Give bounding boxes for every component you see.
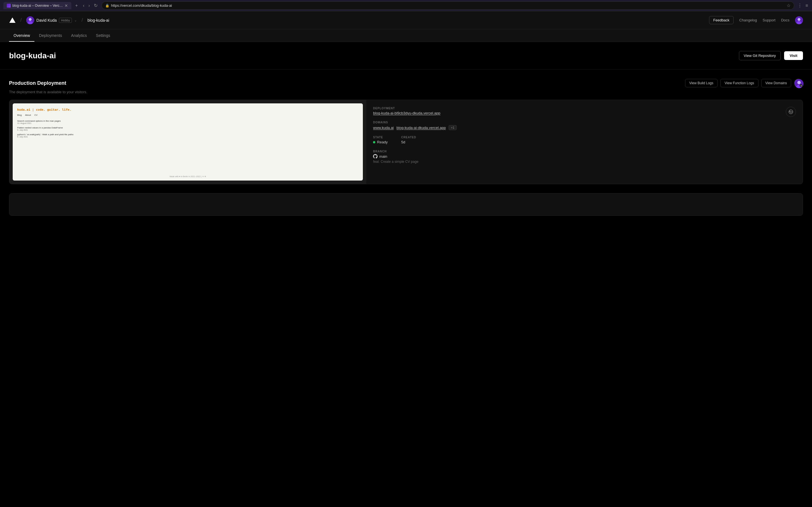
- preview-nav-cv: CV: [35, 114, 38, 116]
- main-content: Production Deployment View Build Logs Vi…: [0, 69, 812, 225]
- address-bar[interactable]: 🔒 https://vercel.com/dkuda/blog-kuda-ai …: [101, 1, 794, 10]
- activity-icon-button[interactable]: [786, 107, 796, 117]
- second-section: [9, 193, 803, 216]
- feedback-button[interactable]: Feedback: [709, 16, 733, 24]
- app: / David Kuda Hobby ⌄ / blog-kuda-ai Feed…: [0, 11, 812, 507]
- user-info[interactable]: David Kuda Hobby ⌄: [26, 16, 77, 24]
- nav-left: / David Kuda Hobby ⌄ / blog-kuda-ai: [9, 16, 109, 24]
- browser-chrome: blog-kuda-ai – Overview – Verc… ✕ + ‹ › …: [0, 0, 812, 11]
- domains-row: www.kuda.ai blog-kuda-ai-dkuda.vercel.ap…: [373, 125, 796, 130]
- preview-screenshot: kuda.ai | code. guitar. life. Blog About…: [13, 103, 363, 180]
- view-function-logs-button[interactable]: View Function Logs: [720, 79, 758, 87]
- page-header: blog-kuda-ai View Git Repository Visit: [0, 42, 812, 69]
- svg-point-7: [797, 81, 801, 84]
- nav-separator-1: /: [19, 17, 23, 23]
- preview-post-2: Flatten nested values in a pandas DataFr…: [17, 126, 358, 131]
- production-deployment-section: Production Deployment View Build Logs Vi…: [9, 78, 803, 184]
- browser-actions: ⋮ ≡: [797, 2, 809, 9]
- user-avatar: [26, 16, 34, 24]
- preview-nav-about: About: [25, 114, 31, 116]
- created-value: 5d: [401, 140, 416, 144]
- preview-post-3: python's `os.walk(path)`: Walk a path an…: [17, 133, 358, 138]
- branch-label: BRANCH: [373, 150, 796, 153]
- preview-footer: Made with ♥ in Berlin in 2021–2022 | ☀ ❄: [170, 175, 206, 178]
- tab-title: blog-kuda-ai – Overview – Verc…: [12, 4, 63, 8]
- section-desc: The deployment that is available to your…: [9, 90, 803, 94]
- back-button[interactable]: ‹: [82, 3, 86, 9]
- tab-settings[interactable]: Settings: [91, 29, 115, 42]
- vercel-triangle-icon: [9, 17, 15, 23]
- domain-extra-badge[interactable]: +1: [449, 125, 457, 130]
- visit-button[interactable]: Visit: [784, 51, 803, 60]
- page-title: blog-kuda-ai: [9, 51, 56, 60]
- chevron-down-icon: ⌄: [74, 18, 77, 22]
- docs-link[interactable]: Docs: [781, 18, 790, 22]
- created-label: CREATED: [401, 136, 416, 139]
- top-nav: / David Kuda Hobby ⌄ / blog-kuda-ai Feed…: [0, 11, 812, 29]
- support-link[interactable]: Support: [763, 18, 776, 22]
- second-card: [9, 193, 803, 216]
- browser-tab[interactable]: blog-kuda-ai – Overview – Verc… ✕: [3, 2, 71, 9]
- state-value: Ready: [373, 140, 388, 144]
- nav-right: Feedback Changelog Support Docs: [709, 16, 803, 24]
- branch-row: main: [373, 154, 796, 159]
- domain-2[interactable]: blog-kuda-ai-dkuda.vercel.app: [396, 126, 446, 130]
- url-text: https://vercel.com/dkuda/blog-kuda-ai: [111, 3, 172, 8]
- view-git-button[interactable]: View Git Repository: [739, 51, 781, 60]
- forward-button[interactable]: ›: [87, 3, 91, 9]
- deployer-avatar: [794, 78, 803, 88]
- state-dot-icon: [373, 141, 375, 144]
- branch-value: main: [379, 154, 387, 159]
- avatar-status-dot: [800, 84, 802, 87]
- preview-post-1: Search command options in the man pages …: [17, 120, 358, 124]
- created-cell: CREATED 5d: [401, 136, 416, 144]
- tab-deployments[interactable]: Deployments: [35, 29, 66, 42]
- preview-site-title: kuda.ai | code. guitar. life.: [17, 108, 358, 112]
- commit-message: feat: Create a simple CV page: [373, 160, 796, 164]
- refresh-button[interactable]: ↻: [93, 2, 99, 9]
- project-name[interactable]: blog-kuda-ai: [87, 18, 109, 22]
- new-tab-button[interactable]: +: [74, 3, 79, 9]
- lock-icon: 🔒: [105, 4, 109, 8]
- tab-overview[interactable]: Overview: [9, 29, 35, 42]
- state-label: STATE: [373, 136, 388, 139]
- page-header-actions: View Git Repository Visit: [739, 51, 803, 60]
- state-cell: STATE Ready: [373, 136, 388, 144]
- deployment-url[interactable]: blog-kuda-ai-bl9cb3dyu-dkuda.vercel.app: [373, 111, 796, 115]
- svg-point-1: [29, 18, 32, 21]
- deployment-preview[interactable]: kuda.ai | code. guitar. life. Blog About…: [9, 100, 366, 184]
- section-title: Production Deployment: [9, 80, 66, 86]
- github-icon: [373, 154, 377, 159]
- star-icon[interactable]: ☆: [786, 3, 791, 8]
- view-build-logs-button[interactable]: View Build Logs: [685, 79, 718, 87]
- preview-nav: Blog About CV: [17, 114, 358, 116]
- domains-label: DOMAINS: [373, 121, 796, 124]
- state-created-row: STATE Ready CREATED 5d: [373, 136, 796, 144]
- view-domains-button[interactable]: View Domains: [761, 79, 791, 87]
- section-header: Production Deployment View Build Logs Vi…: [9, 78, 803, 88]
- tab-close-button[interactable]: ✕: [64, 3, 68, 8]
- user-avatar-sm[interactable]: [795, 16, 803, 24]
- menu-button[interactable]: ≡: [805, 3, 809, 9]
- deployment-card: kuda.ai | code. guitar. life. Blog About…: [9, 100, 803, 184]
- changelog-link[interactable]: Changelog: [739, 18, 757, 22]
- preview-nav-blog: Blog: [17, 114, 22, 116]
- user-name: David Kuda: [36, 18, 57, 22]
- vercel-logo[interactable]: [9, 17, 16, 24]
- section-actions: View Build Logs View Function Logs View …: [685, 78, 803, 88]
- sub-nav: Overview Deployments Analytics Settings: [0, 29, 812, 42]
- nav-separator-2: /: [80, 17, 84, 23]
- hobby-badge: Hobby: [59, 18, 72, 23]
- tab-favicon: [7, 4, 11, 8]
- svg-point-4: [798, 18, 801, 21]
- extensions-button[interactable]: ⋮: [797, 2, 803, 9]
- browser-nav: ‹ › ↻: [82, 2, 99, 9]
- deployment-info: DEPLOYMENT blog-kuda-ai-bl9cb3dyu-dkuda.…: [366, 100, 803, 184]
- deployment-label: DEPLOYMENT: [373, 107, 796, 110]
- tab-analytics[interactable]: Analytics: [66, 29, 91, 42]
- domain-1[interactable]: www.kuda.ai: [373, 126, 394, 130]
